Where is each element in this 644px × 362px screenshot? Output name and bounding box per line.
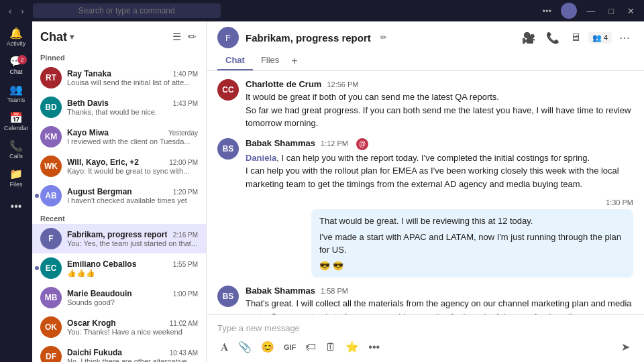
msg-text: 😎 😎 <box>319 259 625 273</box>
chat-item-fabrikam[interactable]: F Fabrikam, progress report 2:16 PM You:… <box>32 224 206 253</box>
chat-item-beth[interactable]: BD Beth Davis 1:43 PM Thanks, that would… <box>32 93 206 122</box>
msg-text: So far we had great progress. If you can… <box>246 104 633 130</box>
chat-info-beth: Beth Davis 1:43 PM Thanks, that would be… <box>67 99 198 116</box>
chat-item-august[interactable]: AB August Bergman 1:20 PM I haven't chec… <box>32 181 206 210</box>
chat-list-scroll[interactable]: Pinned RT Ray Tanaka 1:40 PM Louisa will… <box>32 50 206 362</box>
chat-group-avatar: F <box>217 27 239 48</box>
msg-time: 12:56 PM <box>327 80 358 88</box>
chat-list-header: Chat ▾ ☰ ✏ <box>32 21 206 50</box>
nav-label-calls: Calls <box>9 153 23 160</box>
chat-item-oscar[interactable]: OK Oscar Krogh 11:02 AM You: Thanks! Hav… <box>32 312 206 342</box>
nav-item-calls[interactable]: 📞Calls <box>3 137 30 164</box>
chat-item-will[interactable]: WK Will, Kayo, Eric, +2 12:00 PM Kayo: I… <box>32 152 206 181</box>
more-icon: ••• <box>11 201 22 212</box>
tab-files[interactable]: Files <box>253 51 287 70</box>
calls-icon: 📞 <box>9 141 23 152</box>
msg-mention: Daniela <box>246 153 276 163</box>
chat-header: F Fabrikam, progress report ✏ 🎥 📞 🖥 👥 4 … <box>207 21 644 71</box>
participants-count: 4 <box>604 34 608 42</box>
gif-button[interactable]: GIF <box>280 341 299 353</box>
compose-placeholder[interactable]: Type a new message <box>217 320 633 339</box>
chat-item-kayo[interactable]: KM Kayo Miwa Yesterday I reviewed with t… <box>32 122 206 152</box>
unread-dot <box>35 266 39 270</box>
participants-badge: 👥 4 <box>588 32 612 44</box>
tab-chat[interactable]: Chat <box>217 51 253 70</box>
participants-icon: 👥 <box>592 34 602 42</box>
chat-top-fabrikam: Fabrikam, progress report 2:16 PM <box>67 230 198 239</box>
filter-button[interactable]: ☰ <box>171 29 182 44</box>
msg-header: Charlotte de Crum 12:56 PM <box>246 79 633 89</box>
msg-content: Babak Shammas 1:12 PM @ Daniela, I can h… <box>246 138 633 191</box>
minimize-button[interactable]: — <box>582 5 599 17</box>
avatar-will: WK <box>40 156 62 177</box>
maximize-button[interactable]: □ <box>604 5 618 17</box>
chat-name-ray: Ray Tanaka <box>67 69 111 78</box>
nav-item-activity[interactable]: 🔔Activity <box>3 24 30 51</box>
chat-name-oscar: Oscar Krogh <box>67 318 116 328</box>
schedule-button[interactable]: 🗓 <box>322 339 339 355</box>
attach-file-button[interactable]: 📎 <box>235 339 255 355</box>
message-msg2: BS Babak Shammas 1:12 PM @ Daniela, I ca… <box>217 138 633 191</box>
chat-top-will: Will, Kayo, Eric, +2 12:00 PM <box>67 158 198 167</box>
close-button[interactable]: ✕ <box>623 5 639 17</box>
messages-area: CC Charlotte de Crum 12:56 PM It would b… <box>207 71 644 314</box>
back-button[interactable]: ‹ <box>5 5 15 17</box>
more-button[interactable]: ••• <box>538 5 555 17</box>
chat-name-kayo: Kayo Miwa <box>67 128 109 137</box>
chat-info-kayo: Kayo Miwa Yesterday I reviewed with the … <box>67 128 198 145</box>
chat-time-emiliano: 1:55 PM <box>173 261 198 268</box>
chat-list-actions: ☰ ✏ <box>171 29 198 44</box>
msg-text: It would be great if both of you can sen… <box>246 90 633 104</box>
msg-content: Babak Shammas 1:58 PM That's great. I wi… <box>246 286 633 314</box>
share-screen-button[interactable]: 🖥 <box>567 29 584 46</box>
recent-section-label: Recent <box>32 210 206 224</box>
chat-info-ray: Ray Tanaka 1:40 PM Louisa will send the … <box>67 69 198 86</box>
chat-name-daichi: Daichi Fukuda <box>67 348 122 357</box>
msg-avatar: CC <box>217 79 239 101</box>
search-input[interactable] <box>33 3 221 18</box>
chat-group-name: Fabrikam, progress report <box>246 32 371 44</box>
praise-button[interactable]: ⭐ <box>342 339 362 355</box>
chat-item-emiliano[interactable]: EC Emiliano Ceballos 1:55 PM 👍👍👍 <box>32 253 206 283</box>
chat-preview-daichi: No, I think there are other alternatives… <box>67 357 198 362</box>
chat-preview-emiliano: 👍👍👍 <box>67 269 198 278</box>
send-button[interactable]: ➤ <box>618 339 633 355</box>
sticker-button[interactable]: 🏷 <box>302 339 319 355</box>
forward-button[interactable]: › <box>17 5 27 17</box>
files-icon: 📁 <box>9 169 23 180</box>
chat-main: F Fabrikam, progress report ✏ 🎥 📞 🖥 👥 4 … <box>207 21 644 362</box>
nav-item-calendar[interactable]: 📅Calendar <box>3 109 30 135</box>
nav-item-teams[interactable]: 👥Teams <box>3 80 30 107</box>
chat-top-beth: Beth Davis 1:43 PM <box>67 99 198 108</box>
titlebar-nav: ‹ › <box>5 5 28 17</box>
chat-info-daichi: Daichi Fukuda 10:43 AM No, I think there… <box>67 348 198 362</box>
avatar-beth: BD <box>40 97 62 118</box>
chat-preview-august: I haven't checked available times yet <box>67 196 198 204</box>
chat-preview-ray: Louisa will send the initial list of att… <box>67 78 198 86</box>
more-options-button[interactable]: ⋯ <box>616 29 633 46</box>
nav-item-more[interactable]: ••• <box>3 193 30 220</box>
msg-header: Babak Shammas 1:12 PM @ <box>246 138 633 150</box>
msg-text: I've made a start with APAC and LATAM, n… <box>319 231 625 257</box>
nav-item-files[interactable]: 📁Files <box>3 165 30 192</box>
new-chat-button[interactable]: ✏ <box>186 29 198 44</box>
message-msg4: BS Babak Shammas 1:58 PM That's great. I… <box>217 286 633 314</box>
audio-call-button[interactable]: 📞 <box>543 29 563 46</box>
edit-icon[interactable]: ✏ <box>380 33 387 42</box>
nav-item-chat[interactable]: 💬Chat2 <box>3 52 30 79</box>
msg-avatar: BS <box>217 138 239 160</box>
more-toolbar-button[interactable]: ••• <box>365 339 383 355</box>
message-msg3: 1:30 PMThat would be great. I will be re… <box>217 198 633 278</box>
msg-time: 1:58 PM <box>321 287 348 295</box>
video-call-button[interactable]: 🎥 <box>519 29 539 46</box>
format-button[interactable]: 𝐀 <box>217 339 232 355</box>
chat-item-marie[interactable]: MB Marie Beaudouin 1:00 PM Sounds good? <box>32 283 206 312</box>
chat-item-daichi[interactable]: DF Daichi Fukuda 10:43 AM No, I think th… <box>32 342 206 362</box>
chat-header-top: F Fabrikam, progress report ✏ 🎥 📞 🖥 👥 4 … <box>217 27 633 48</box>
chat-item-ray[interactable]: RT Ray Tanaka 1:40 PM Louisa will send t… <box>32 63 206 93</box>
chat-top-august: August Bergman 1:20 PM <box>67 187 198 196</box>
emoji-button[interactable]: 😊 <box>258 339 278 355</box>
add-tab-button[interactable]: + <box>287 51 301 70</box>
chat-name-fabrikam: Fabrikam, progress report <box>67 230 167 239</box>
nav-rail: 🔔Activity💬Chat2👥Teams📅Calendar📞Calls📁Fil… <box>0 21 32 362</box>
